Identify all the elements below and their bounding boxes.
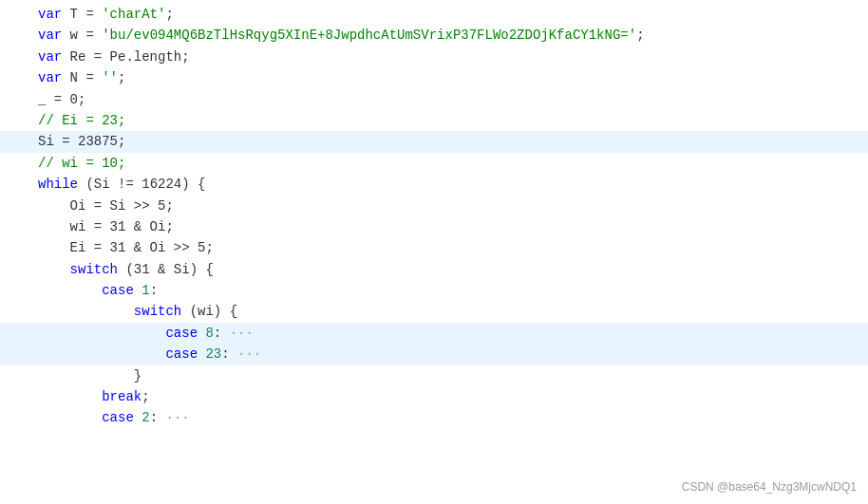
line-content: // wi = 10; xyxy=(38,153,125,174)
plain-token xyxy=(38,323,165,344)
line-content: } xyxy=(38,365,142,386)
code-line: switch (wi) { xyxy=(0,301,868,322)
plain-token: Si = 23875; xyxy=(38,131,125,152)
code-line: switch (31 & Si) { xyxy=(0,259,868,280)
line-content: _ = 0; xyxy=(38,89,85,110)
kw-token: case xyxy=(165,344,205,364)
plain-token: ; xyxy=(165,4,173,25)
plain-token: : xyxy=(150,280,158,301)
code-line: Oi = Si >> 5; xyxy=(0,196,868,216)
line-content: case 1: xyxy=(38,280,158,301)
plain-token: ; xyxy=(142,386,149,407)
line-content: Ei = 31 & Oi >> 5; xyxy=(38,237,214,258)
plain-token: Re = Pe.length; xyxy=(70,47,190,67)
num-token: 2 xyxy=(142,407,149,428)
plain-token: _ = 0; xyxy=(38,89,85,110)
num-token: 23 xyxy=(205,344,221,364)
plain-token: (wi) { xyxy=(190,301,237,322)
kw-token: switch xyxy=(70,259,126,280)
plain-token: ; xyxy=(636,25,644,46)
line-content: break; xyxy=(38,386,150,407)
plain-token: Ei = 31 & Oi >> 5; xyxy=(38,237,214,258)
code-line: Ei = 31 & Oi >> 5; xyxy=(0,237,868,258)
dots-token: ··· xyxy=(230,323,254,344)
line-content: var Re = Pe.length; xyxy=(38,47,190,67)
code-line: case 1: xyxy=(0,280,868,301)
code-line: _ = 0; xyxy=(0,89,868,110)
num-token: 1 xyxy=(142,280,149,301)
code-line: var N = ''; xyxy=(0,67,868,88)
line-content: Oi = Si >> 5; xyxy=(38,196,174,216)
kw-token: case xyxy=(102,407,142,428)
kw-token: case xyxy=(165,323,205,344)
line-content: var N = ''; xyxy=(38,67,125,88)
line-content: Si = 23875; xyxy=(38,131,125,152)
line-content: case 8: ··· xyxy=(38,323,254,344)
code-line: wi = 31 & Oi; xyxy=(0,216,868,237)
num-token: 8 xyxy=(205,323,213,344)
kw-token: case xyxy=(102,280,142,301)
plain-token: Oi = Si >> 5; xyxy=(38,196,174,216)
code-line: // Ei = 23; xyxy=(0,110,868,131)
kw-token: var xyxy=(38,25,70,46)
kw-token: var xyxy=(38,4,70,25)
line-content: var T = 'charAt'; xyxy=(38,4,174,25)
plain-token: : xyxy=(150,407,166,428)
line-content: case 2: ··· xyxy=(38,407,190,428)
code-line: var T = 'charAt'; xyxy=(0,4,868,25)
plain-token: ; xyxy=(118,67,125,88)
kw-token: break xyxy=(102,386,142,407)
line-content: var w = 'bu/ev094MQ6BzTlHsRqyg5XInE+8Jwp… xyxy=(38,25,645,46)
comment-token: // wi = 10; xyxy=(38,153,125,174)
code-line: while (Si != 16224) { xyxy=(0,174,868,195)
plain-token: wi = 31 & Oi; xyxy=(38,216,174,237)
kw-token: var xyxy=(38,47,70,67)
comment-token: // Ei = 23; xyxy=(38,110,125,131)
line-content: while (Si != 16224) { xyxy=(38,174,205,195)
line-content: // Ei = 23; xyxy=(38,110,125,131)
line-content: switch (31 & Si) { xyxy=(38,259,214,280)
plain-token xyxy=(38,344,165,364)
plain-token xyxy=(38,280,102,301)
str-token: 'charAt' xyxy=(102,4,165,25)
plain-token: : xyxy=(221,344,237,364)
code-line: case 23: ··· xyxy=(0,344,868,364)
plain-token: } xyxy=(38,365,142,386)
kw-token: switch xyxy=(134,301,190,322)
kw-token: var xyxy=(38,67,70,88)
str-token: '' xyxy=(102,67,118,88)
code-editor: var T = 'charAt';var w = 'bu/ev094MQ6BzT… xyxy=(0,0,868,504)
plain-token xyxy=(38,301,134,322)
plain-token xyxy=(38,386,102,407)
plain-token: N = xyxy=(70,67,103,88)
line-content: case 23: ··· xyxy=(38,344,261,364)
plain-token: (31 & Si) { xyxy=(125,259,213,280)
code-line: case 2: ··· xyxy=(0,407,868,428)
kw_indent1-token xyxy=(38,259,70,280)
plain-token: : xyxy=(214,323,230,344)
code-line: break; xyxy=(0,386,868,407)
code-line: var w = 'bu/ev094MQ6BzTlHsRqyg5XInE+8Jwp… xyxy=(0,25,868,46)
code-line: } xyxy=(0,365,868,386)
dots-token: ··· xyxy=(237,344,261,364)
watermark: CSDN @base64_Nzg3MjcwNDQ1 xyxy=(682,478,857,496)
dots-token: ··· xyxy=(165,407,189,428)
line-content: wi = 31 & Oi; xyxy=(38,216,174,237)
kw-token: while xyxy=(38,174,85,195)
line-content: switch (wi) { xyxy=(38,301,237,322)
code-line: Si = 23875; xyxy=(0,131,868,152)
plain-token: w = xyxy=(70,25,103,46)
code-lines: var T = 'charAt';var w = 'bu/ev094MQ6BzT… xyxy=(0,4,868,429)
str-token: 'bu/ev094MQ6BzTlHsRqyg5XInE+8JwpdhcAtUmS… xyxy=(102,25,636,46)
code-line: // wi = 10; xyxy=(0,153,868,174)
code-line: case 8: ··· xyxy=(0,323,868,344)
plain-token xyxy=(38,407,102,428)
code-line: var Re = Pe.length; xyxy=(0,47,868,67)
plain-token: T = xyxy=(70,4,103,25)
plain-token: (Si != 16224) { xyxy=(85,174,205,195)
